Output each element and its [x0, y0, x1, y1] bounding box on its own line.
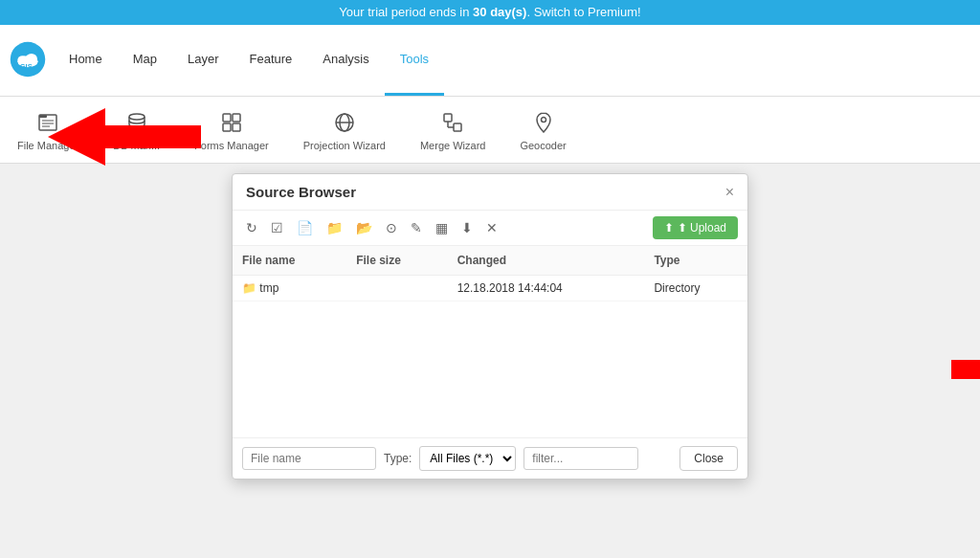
nav-tab-analysis[interactable]: Analysis	[307, 25, 384, 96]
toolbar-db-manager-label: DB Man...	[113, 140, 160, 151]
upload-icon: ⬆	[664, 221, 674, 234]
modal-title: Source Browser	[246, 184, 356, 200]
nav-tab-home[interactable]: Home	[54, 25, 118, 96]
merge-wizard-icon	[439, 109, 466, 136]
delete-icon[interactable]: ✕	[482, 218, 501, 237]
col-type[interactable]: Type	[644, 246, 747, 276]
toolbar-projection-wizard-label: Projection Wizard	[303, 140, 386, 151]
svg-rect-13	[223, 123, 231, 131]
svg-rect-19	[454, 123, 461, 131]
forms-manager-icon	[218, 109, 245, 136]
toolbar-forms-manager-label: Forms Manager	[194, 140, 269, 151]
type-select[interactable]: All Files (*.*) Images Documents	[419, 446, 516, 471]
new-file-icon[interactable]: 📄	[293, 218, 317, 237]
col-filename[interactable]: File name	[233, 246, 346, 276]
toolbar-geocoder[interactable]: Geocoder	[512, 105, 573, 155]
nav-tab-layer[interactable]: Layer	[172, 25, 234, 96]
modal-header: Source Browser ×	[233, 174, 747, 211]
col-changed[interactable]: Changed	[448, 246, 645, 276]
toolbar-merge-wizard-label: Merge Wizard	[420, 140, 485, 151]
filter-input[interactable]	[523, 447, 638, 470]
check-icon[interactable]: ☑	[267, 218, 287, 237]
toolbar-file-manager[interactable]: File Manager	[10, 105, 86, 155]
file-table-container: File name File size Changed Type 📁 tmp	[233, 246, 747, 437]
folder-icon: 📁	[242, 281, 256, 295]
cell-type: Directory	[644, 276, 747, 301]
trial-banner: Your trial period ends in 30 day(s). Swi…	[0, 0, 980, 25]
projection-wizard-icon	[331, 109, 358, 136]
upload-button[interactable]: ⬆ ⬆ Upload	[653, 216, 738, 239]
grid-icon[interactable]: ▦	[432, 218, 452, 237]
geocoder-icon	[530, 109, 557, 136]
type-label: Type:	[384, 452, 412, 465]
tools-toolbar: File Manager DB Man... Forms Manager Pro…	[0, 97, 980, 164]
svg-rect-11	[223, 114, 231, 122]
source-browser-modal: Source Browser × ↻ ☑ 📄 📁 📂 ⊙ ✎ ▦ ⬇ ✕ ⬆ ⬆…	[232, 173, 748, 480]
toolbar-projection-wizard[interactable]: Projection Wizard	[296, 105, 393, 155]
toolbar-geocoder-label: Geocoder	[520, 140, 566, 151]
refresh-icon[interactable]: ↻	[242, 218, 261, 237]
svg-text:GIS: GIS	[20, 61, 33, 70]
nav-tabs: Home Map Layer Feature Analysis Tools	[54, 25, 444, 96]
modal-footer: Type: All Files (*.*) Images Documents C…	[233, 437, 747, 479]
modal-toolbar: ↻ ☑ 📄 📁 📂 ⊙ ✎ ▦ ⬇ ✕ ⬆ ⬆ Upload	[233, 211, 747, 246]
filename-input[interactable]	[242, 447, 376, 470]
toolbar-forms-manager[interactable]: Forms Manager	[187, 105, 277, 155]
navbar: GIS Home Map Layer Feature Analysis Tool…	[0, 25, 980, 97]
db-manager-icon	[123, 109, 150, 136]
cell-filename: 📁 tmp	[233, 276, 346, 301]
arrow-right-indicator	[951, 346, 980, 396]
svg-point-10	[129, 114, 145, 120]
nav-tab-map[interactable]: Map	[118, 25, 172, 96]
new-folder-icon[interactable]: 📁	[323, 218, 346, 237]
svg-rect-14	[233, 123, 240, 131]
col-filesize[interactable]: File size	[346, 246, 447, 276]
toolbar-db-manager[interactable]: DB Man...	[105, 105, 167, 155]
logo: GIS	[10, 41, 46, 80]
download-icon[interactable]: ⬇	[457, 218, 477, 237]
upload-label: ⬆ Upload	[678, 221, 726, 234]
svg-rect-18	[444, 114, 452, 122]
table-row[interactable]: 📁 tmp 12.18.2018 14:44:04 Directory	[233, 276, 747, 301]
toolbar-file-manager-label: File Manager	[17, 140, 78, 151]
file-table: File name File size Changed Type 📁 tmp	[233, 246, 747, 301]
edit-icon[interactable]: ✎	[407, 218, 426, 237]
svg-rect-12	[233, 114, 240, 122]
close-button[interactable]: Close	[679, 446, 738, 471]
modal-overlay: Source Browser × ↻ ☑ 📄 📁 📂 ⊙ ✎ ▦ ⬇ ✕ ⬆ ⬆…	[0, 164, 980, 558]
open-folder-icon[interactable]: 📂	[352, 218, 376, 237]
svg-point-22	[541, 117, 546, 122]
svg-marker-24	[951, 346, 980, 393]
settings-icon[interactable]: ⊙	[382, 218, 401, 237]
main-content: + + Create New Map Source Browser × ↻ ☑ …	[0, 164, 980, 558]
nav-tab-feature[interactable]: Feature	[234, 25, 308, 96]
cell-filesize	[346, 276, 447, 301]
cell-changed: 12.18.2018 14:44:04	[448, 276, 645, 301]
nav-tab-tools[interactable]: Tools	[385, 25, 444, 96]
modal-close-button[interactable]: ×	[725, 185, 734, 200]
toolbar-merge-wizard[interactable]: Merge Wizard	[412, 105, 493, 155]
file-manager-icon	[34, 109, 61, 136]
